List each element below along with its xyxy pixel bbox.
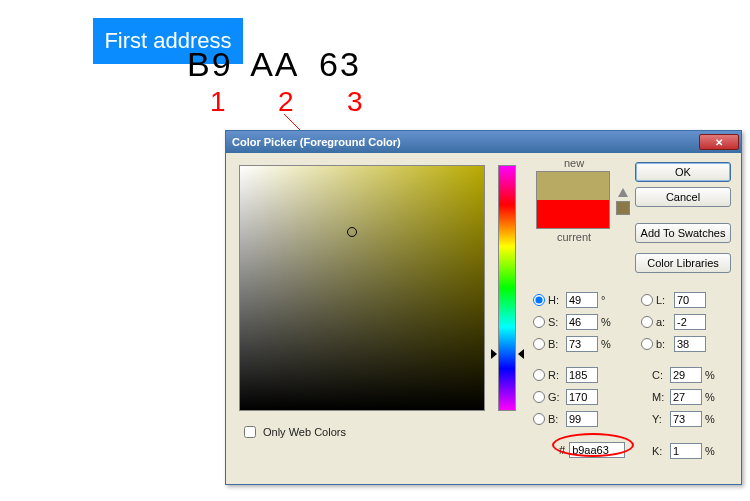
gamut-swatch[interactable]	[616, 201, 630, 215]
r-field[interactable]: R:	[533, 366, 613, 384]
hex-bytes: B9 AA 63	[187, 45, 369, 84]
y-label: Y:	[652, 413, 670, 425]
b-rgb-input[interactable]	[566, 411, 598, 427]
current-color-swatch	[537, 200, 609, 228]
c-field: C: %	[652, 366, 717, 384]
a-input[interactable]	[674, 314, 706, 330]
color-libraries-button[interactable]: Color Libraries	[635, 253, 731, 273]
s-unit: %	[601, 316, 613, 328]
ok-button[interactable]: OK	[635, 162, 731, 182]
close-icon: ✕	[715, 137, 723, 148]
m-input[interactable]	[670, 389, 702, 405]
hex-field[interactable]: #	[559, 442, 625, 458]
a-field[interactable]: a:	[641, 313, 721, 331]
l-label: L:	[656, 294, 674, 306]
dialog-title: Color Picker (Foreground Color)	[232, 136, 699, 148]
b-hsb-input[interactable]	[566, 336, 598, 352]
hex-byte-1: B9	[187, 45, 233, 83]
a-radio[interactable]	[641, 316, 653, 328]
b-hsb-unit: %	[601, 338, 613, 350]
h-label: H:	[548, 294, 566, 306]
k-label: K:	[652, 445, 670, 457]
s-radio[interactable]	[533, 316, 545, 328]
c-input[interactable]	[670, 367, 702, 383]
l-input[interactable]	[674, 292, 706, 308]
lab-b-label: b:	[656, 338, 674, 350]
add-to-swatches-button[interactable]: Add To Swatches	[635, 223, 731, 243]
hex-byte-2: AA	[250, 45, 299, 83]
k-unit: %	[705, 445, 717, 457]
h-input[interactable]	[566, 292, 598, 308]
counter-3: 3	[347, 86, 363, 118]
g-input[interactable]	[566, 389, 598, 405]
m-unit: %	[705, 391, 717, 403]
g-radio[interactable]	[533, 391, 545, 403]
hex-input[interactable]	[569, 442, 625, 458]
b-rgb-radio[interactable]	[533, 413, 545, 425]
new-color-label: new	[544, 157, 604, 169]
color-field[interactable]	[239, 165, 485, 411]
counter-2: 2	[278, 86, 294, 118]
cancel-button[interactable]: Cancel	[635, 187, 731, 207]
m-label: M:	[652, 391, 670, 403]
c-label: C:	[652, 369, 670, 381]
r-label: R:	[548, 369, 566, 381]
m-field: M: %	[652, 388, 717, 406]
r-radio[interactable]	[533, 369, 545, 381]
hex-label: #	[559, 444, 565, 456]
close-button[interactable]: ✕	[699, 134, 739, 150]
l-radio[interactable]	[641, 294, 653, 306]
h-radio[interactable]	[533, 294, 545, 306]
picker-indicator	[347, 227, 357, 237]
g-label: G:	[548, 391, 566, 403]
titlebar[interactable]: Color Picker (Foreground Color) ✕	[226, 131, 741, 153]
lab-b-field[interactable]: b:	[641, 335, 721, 353]
l-field[interactable]: L:	[641, 291, 721, 309]
a-label: a:	[656, 316, 674, 328]
g-field[interactable]: G:	[533, 388, 613, 406]
hex-byte-3: 63	[319, 45, 361, 83]
k-field: K: %	[652, 442, 717, 460]
b-rgb-label: B:	[548, 413, 566, 425]
b-rgb-field[interactable]: B:	[533, 410, 613, 428]
gamut-warning-icon[interactable]	[618, 188, 628, 197]
only-web-colors-input[interactable]	[244, 426, 256, 438]
r-input[interactable]	[566, 367, 598, 383]
counter-1: 1	[210, 86, 226, 118]
h-unit: °	[601, 294, 613, 306]
y-unit: %	[705, 413, 717, 425]
new-color-swatch	[537, 172, 609, 200]
hue-slider[interactable]	[498, 165, 516, 411]
y-input[interactable]	[670, 411, 702, 427]
s-label: S:	[548, 316, 566, 328]
h-field[interactable]: H: °	[533, 291, 613, 309]
color-swatch[interactable]	[536, 171, 610, 229]
s-input[interactable]	[566, 314, 598, 330]
b-hsb-field[interactable]: B: %	[533, 335, 613, 353]
y-field: Y: %	[652, 410, 717, 428]
b-hsb-radio[interactable]	[533, 338, 545, 350]
s-field[interactable]: S: %	[533, 313, 613, 331]
k-input[interactable]	[670, 443, 702, 459]
only-web-colors-checkbox[interactable]: Only Web Colors	[240, 423, 346, 441]
current-color-label: current	[540, 231, 608, 243]
b-hsb-label: B:	[548, 338, 566, 350]
color-picker-dialog: Color Picker (Foreground Color) ✕ new cu…	[225, 130, 742, 485]
lab-b-input[interactable]	[674, 336, 706, 352]
only-web-colors-label: Only Web Colors	[263, 426, 346, 438]
c-unit: %	[705, 369, 717, 381]
lab-b-radio[interactable]	[641, 338, 653, 350]
